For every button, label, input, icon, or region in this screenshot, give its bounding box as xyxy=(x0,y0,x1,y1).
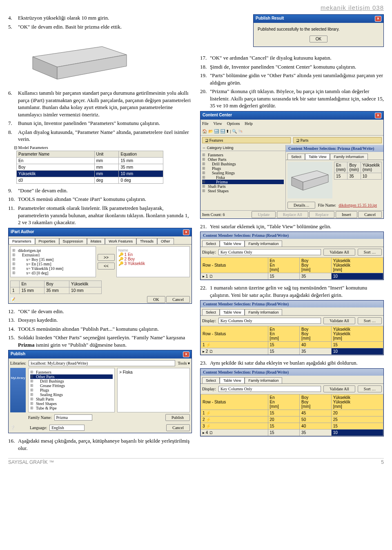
step-6: Kullanıcı tanımlı bir parçanın standart … xyxy=(18,89,192,118)
ipart-author-window: iPart Author× Parameters Properties Supp… xyxy=(8,228,192,304)
prism-3d-image xyxy=(20,34,135,83)
table-view-1: Content Member Selection: Prizma (Read/W… xyxy=(200,232,384,280)
publish-category-tree[interactable]: Fasteners Other Parts Drill Bushings Gre… xyxy=(29,368,114,412)
content-center-tree[interactable]: Fasteners Other Parts Drill Bushings Plu… xyxy=(200,151,285,195)
step-17: "OK" ve ardından "Cancel" ile diyalog ku… xyxy=(210,54,384,62)
step-7: Bunun için, Inventor panelinden "Paramet… xyxy=(18,120,192,127)
publish-window: Publish× Libraries: localhost: MyLibrary… xyxy=(8,350,192,433)
move-left-button[interactable]: << xyxy=(98,263,115,269)
step-12: "OK" ile devam edin. xyxy=(18,308,192,315)
cancel-button[interactable]: Cancel xyxy=(166,424,190,431)
left-column: 4.Ekstrüzyon yüksekliği olarak 10 mm gir… xyxy=(8,14,192,453)
step-9: "Done" ile devam edin. xyxy=(18,187,192,194)
step-15: Soldaki listeden "Other Parts" seçeneğin… xyxy=(18,334,192,348)
step-18: Şimdi de, Inventor panelinden "Content C… xyxy=(210,63,384,71)
table-view-2: Content Member Selection: Prizma (Read/W… xyxy=(200,300,384,355)
display-select[interactable]: Key Columns Only xyxy=(218,249,321,255)
right-column: Publish Result× Published successfully t… xyxy=(200,14,384,453)
step-22: 1 numaralı satırın üzerine gelin ve sağ … xyxy=(210,284,384,298)
step-11: Parametreler otomatik olarak listelenir.… xyxy=(18,205,192,226)
step-16: Aşağıdaki mesaj çıktığında, parça, kütüp… xyxy=(18,437,192,452)
publish-button[interactable]: Publish xyxy=(165,414,190,421)
step-4: Ekstrüzyon yüksekliği olarak 10 mm girin… xyxy=(18,14,192,22)
ipart-title: iPart Author xyxy=(11,229,34,235)
sort-button[interactable]: Sort … xyxy=(358,249,382,256)
page-header: mekanik iletişim 038 xyxy=(8,4,384,11)
close-icon[interactable]: × xyxy=(375,16,381,22)
move-right-button[interactable]: >> xyxy=(98,254,115,261)
step-10: TOOLS menüsü altından "Create iPart" kom… xyxy=(18,196,192,203)
ipart-tabs[interactable]: Parameters Properties Suppression iMates… xyxy=(9,238,192,245)
ipart-tree[interactable]: dikdortgen.ipt Extrusion1 x= Boy [35 mm]… xyxy=(11,247,96,277)
step-5: "OK" ile devam edin. Basit bir prizma el… xyxy=(18,23,192,31)
step-8: Açılan diyalog kutusunda, "Parameter Nam… xyxy=(18,129,192,143)
libraries-select[interactable]: localhost: MyLibrary (Read/Write) xyxy=(29,360,176,366)
content-center-window: Content Center× File View Options Help 🏠… xyxy=(200,111,384,219)
cancel-button[interactable]: Cancel xyxy=(166,296,190,303)
ok-button[interactable]: OK xyxy=(310,36,327,42)
step-14: TOOLS menüsünün altından "Publish Part..… xyxy=(18,325,192,333)
model-parameters-title: ⊟ Model Parameters xyxy=(14,145,192,150)
page-footer: SAYISAL GRAFİK ™ 5 xyxy=(8,458,384,465)
family-name-input[interactable]: Prizma xyxy=(54,414,93,421)
validate-all-button[interactable]: Validate All xyxy=(323,249,355,256)
close-icon[interactable]: × xyxy=(183,352,189,357)
close-icon[interactable]: × xyxy=(183,229,189,235)
publish-result-window: Publish Result× Published successfully t… xyxy=(253,14,384,47)
model-parameters-table: Parameter NameUnitEquation Enmm15 mm Boy… xyxy=(16,151,163,184)
ok-button[interactable]: OK xyxy=(147,296,165,303)
close-icon[interactable]: × xyxy=(375,113,381,118)
language-select[interactable]: English xyxy=(49,425,84,431)
step-20: "Prizma" ikonuna çift tıklayın. Böylece,… xyxy=(210,88,384,109)
step-23: Aynı şekilde iki satır daha ekleyin ve b… xyxy=(210,359,384,367)
step-21: Yeni satırlar eklemek için, "Table View"… xyxy=(210,223,384,230)
step-13: Dosyayı kaydedin. xyxy=(18,316,192,324)
step-19: "Parts" bölümüne gidin ve "Other Parts" … xyxy=(210,72,384,86)
table-view-3: Content Member Selection: Prizma (Read/W… xyxy=(200,368,384,436)
